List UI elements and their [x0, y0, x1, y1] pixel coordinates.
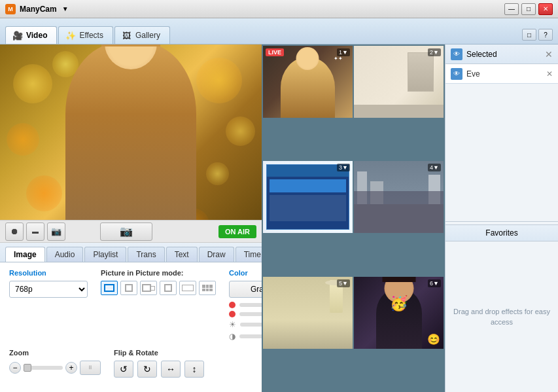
titlebar-left: M ManyCam ▼ [5, 4, 69, 14]
tab-playlist[interactable]: Playlist [84, 247, 126, 262]
selected-empty-space [445, 84, 558, 221]
selected-close-button[interactable]: ✕ [545, 49, 553, 60]
thumbnail-5[interactable]: 5▼ [263, 277, 353, 349]
pip-btn-2[interactable] [120, 281, 137, 295]
tab-trans[interactable]: Trans [128, 247, 164, 262]
brightness-icon: ☀ [229, 320, 236, 329]
snapshot-icon: 📷 [51, 226, 61, 236]
tab-draw[interactable]: Draw [199, 247, 234, 262]
flip-buttons: ↺ ↻ ↔ ↕ [114, 361, 204, 378]
flip-h-button[interactable]: ↔ [161, 361, 181, 378]
snapshot-button[interactable]: 📷 [47, 223, 65, 241]
tab-image[interactable]: Image [5, 247, 45, 262]
thumb5-number: 5▼ [337, 279, 350, 287]
thumb1-live-badge: LIVE [266, 48, 284, 56]
record-icon: ⏺ [10, 226, 19, 236]
zoom-label: Zoom [9, 349, 101, 357]
thumbnail-4[interactable]: 4▼ [354, 161, 444, 233]
maximize-button[interactable]: □ [521, 3, 536, 15]
flip-label: Flip & Rotate [114, 349, 204, 357]
selected-item-eve: 👁 Eve ✕ [445, 64, 558, 84]
selected-header: 👁 Selected ✕ [445, 45, 558, 64]
person-hair [101, 45, 160, 46]
thumb1-head [296, 47, 319, 70]
pip-buttons [101, 281, 216, 295]
settings-row-1: Resolution 768p 480p 720p 1080p Picture … [9, 269, 253, 341]
red-dot [229, 302, 235, 308]
effects-tab-label: Effects [79, 31, 103, 40]
on-air-button[interactable]: ON AIR [218, 225, 256, 238]
app-menu-arrow[interactable]: ▼ [62, 5, 69, 12]
help-button[interactable]: ? [538, 29, 553, 41]
gallery-tab-icon: 🖼 [122, 30, 132, 41]
thumb3-window [270, 179, 346, 192]
red2-dot [229, 311, 235, 317]
pip-btn-6[interactable] [199, 281, 216, 295]
zoom-controls: − + ⠿ [9, 361, 101, 375]
bokeh-3 [196, 58, 242, 103]
pip-group: Picture in Picture mode: [101, 269, 216, 341]
video-preview[interactable] [0, 45, 262, 220]
main-tabbar: 🎥 Video ✨ Effects 🖼 Gallery □ ? [0, 18, 558, 45]
thumb2-furniture [408, 52, 434, 92]
thumbnail-3[interactable]: 3▼ [263, 161, 353, 233]
settings-row-2: Zoom − + ⠿ Flip & Rotate ↺ ↻ [9, 349, 253, 378]
main-content: ⏺ ▬ 📷 📷 ON AIR Image Audio Playlist Tran… [0, 45, 558, 392]
app-icon: M [5, 4, 16, 14]
zoom-handle[interactable]: ⠿ [80, 361, 101, 375]
favorites-header: Favorites [445, 224, 558, 241]
resolution-select[interactable]: 768p 480p 720p 1080p [9, 281, 88, 298]
pip-shape-5 [182, 285, 194, 291]
thumb3-screen [266, 164, 349, 230]
tab-audio[interactable]: Audio [46, 247, 84, 262]
zoom-slider[interactable] [24, 366, 63, 370]
pip-label: Picture in Picture mode: [101, 269, 216, 277]
bokeh-5 [226, 116, 255, 146]
capture-button[interactable]: 📷 [100, 223, 152, 241]
video-tab-label: Video [26, 31, 47, 40]
pip-shape-4 [164, 284, 172, 292]
tab-video[interactable]: 🎥 Video [5, 26, 57, 44]
thumbnails-grid: ✦✦ LIVE 1▼ 2▼ [262, 45, 445, 392]
zoom-minus-button[interactable]: − [9, 362, 21, 374]
thumb2-floor [354, 105, 444, 118]
thumbnails-panel: ✦✦ LIVE 1▼ 2▼ [262, 45, 445, 392]
flip-v-button[interactable]: ↕ [184, 361, 204, 378]
pip-btn-1[interactable] [101, 281, 118, 295]
restore-button[interactable]: □ [522, 29, 536, 41]
thumbnail-1[interactable]: ✦✦ LIVE 1▼ [263, 46, 353, 118]
thumb4-crowd [354, 191, 444, 204]
rotate-ccw-button[interactable]: ↺ [114, 361, 133, 378]
rotate-cw-button[interactable]: ↻ [137, 361, 157, 378]
record-button[interactable]: ⏺ [5, 223, 24, 241]
selected-item-remove-button[interactable]: ✕ [546, 69, 553, 79]
thumb4-number: 4▼ [428, 164, 441, 171]
pip-btn-3[interactable] [140, 281, 157, 295]
zoom-group: Zoom − + ⠿ [9, 349, 101, 378]
pip-shape-3 [142, 284, 155, 292]
camera-mode-button[interactable]: ▬ [26, 223, 44, 241]
left-section: ⏺ ▬ 📷 📷 ON AIR Image Audio Playlist Tran… [0, 45, 262, 392]
window-buttons: □ ? [522, 29, 553, 44]
tab-text[interactable]: Text [166, 247, 198, 262]
app-title: ManyCam [20, 5, 57, 14]
video-controls-bar: ⏺ ▬ 📷 📷 ON AIR [0, 220, 262, 243]
tab-effects[interactable]: ✨ Effects [58, 26, 113, 44]
pip-btn-5[interactable] [179, 281, 196, 295]
bokeh-6 [26, 175, 62, 211]
zoom-plus-button[interactable]: + [65, 362, 77, 374]
thumb2-number: 2▼ [428, 48, 441, 56]
minimize-button[interactable]: — [504, 3, 519, 15]
drag-drop-hint: Drag and drop effects for easy access [445, 241, 558, 392]
camera-icon: ▬ [32, 228, 39, 235]
pip-shape-6 [202, 285, 213, 291]
thumbnail-2[interactable]: 2▼ [354, 46, 444, 118]
thumb1-person [281, 57, 334, 118]
tab-gallery[interactable]: 🖼 Gallery [114, 26, 170, 44]
thumbnail-6[interactable]: 🥳 😊 6▼ [354, 277, 444, 349]
thumb1-sparkle: ✦✦ [334, 56, 343, 62]
person-body [65, 45, 196, 220]
pip-btn-4[interactable] [160, 281, 177, 295]
selected-title: Selected [466, 50, 497, 59]
close-button[interactable]: ✕ [538, 3, 553, 15]
